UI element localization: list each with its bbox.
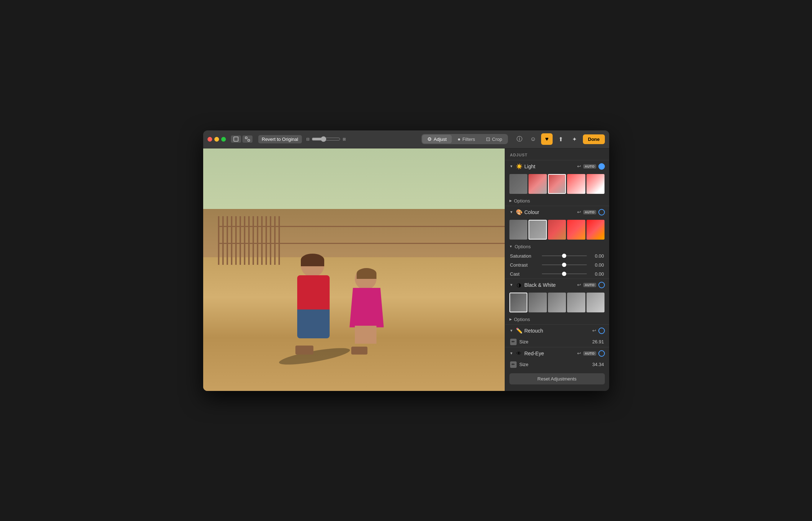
- fence-post: [222, 216, 224, 265]
- redeye-toggle-btn[interactable]: [598, 350, 605, 357]
- section-retouch-label: Retouch: [525, 328, 590, 334]
- bw-options-row[interactable]: ▶ Options: [505, 315, 609, 324]
- tab-crop[interactable]: ⊡ Crop: [481, 135, 507, 143]
- section-retouch-header[interactable]: ▼ ✏️ Retouch ↩: [505, 325, 609, 337]
- svg-rect-0: [234, 137, 238, 141]
- close-button[interactable]: [208, 137, 212, 142]
- tab-adjust[interactable]: ⚙ Adjust: [422, 135, 452, 143]
- cast-track[interactable]: [542, 273, 587, 274]
- redeye-size-value: 34.34: [592, 362, 604, 367]
- tab-adjust-label: Adjust: [434, 137, 447, 142]
- fence-post: [231, 216, 232, 265]
- fence-post: [270, 216, 271, 265]
- section-redeye-label: Red-Eye: [525, 351, 575, 356]
- fence-post: [266, 216, 267, 265]
- reset-adjustments-button[interactable]: Reset Adjustments: [509, 373, 605, 384]
- redeye-size-row: ✏ Size 34.34: [505, 360, 609, 370]
- windowed-button[interactable]: [231, 135, 241, 143]
- child-boy: [294, 254, 337, 355]
- tab-filters[interactable]: ● Filters: [452, 135, 480, 143]
- contrast-thumb: [562, 263, 566, 267]
- section-colour-header[interactable]: ▼ 🎨 Colour ↩ AUTO: [505, 206, 609, 218]
- girl-legs: [355, 326, 376, 344]
- section-light-toggle: ▼: [509, 164, 514, 169]
- share-button[interactable]: ⬆: [555, 133, 566, 145]
- redeye-size-label: Size: [519, 362, 589, 367]
- boy-hair: [301, 254, 324, 266]
- info-button[interactable]: ⓘ: [514, 133, 525, 145]
- fence-post: [244, 216, 245, 265]
- filters-icon: ●: [458, 136, 460, 142]
- tab-filters-label: Filters: [462, 137, 475, 142]
- fence-post: [253, 216, 254, 265]
- bw-toggle-btn[interactable]: [598, 282, 605, 288]
- bw-thumb-2[interactable]: [548, 293, 566, 312]
- fence-post: [274, 216, 276, 265]
- emoji-button[interactable]: ☺: [527, 133, 539, 145]
- photo-area: [203, 148, 505, 391]
- cast-label: Cast: [510, 271, 539, 277]
- zoom-slider[interactable]: [312, 136, 340, 142]
- light-toggle-btn[interactable]: [598, 163, 605, 170]
- contrast-track[interactable]: [542, 264, 587, 265]
- retouch-undo-icon[interactable]: ↩: [592, 328, 596, 333]
- girl-head: [355, 268, 376, 290]
- section-bw-header[interactable]: ▼ ◑ Black & White ↩ AUTO: [505, 279, 609, 291]
- colour-auto-badge[interactable]: AUTO: [583, 210, 596, 214]
- retouch-toggle-btn[interactable]: [598, 328, 605, 334]
- bw-thumb-3[interactable]: [567, 293, 585, 312]
- boy-shoes: [295, 346, 313, 355]
- bw-undo-icon[interactable]: ↩: [577, 282, 581, 288]
- redeye-undo-icon[interactable]: ↩: [577, 351, 581, 356]
- redeye-controls: ↩ AUTO: [577, 350, 604, 357]
- colour-thumb-2[interactable]: [548, 220, 566, 240]
- light-options-row[interactable]: ▶ Options: [505, 197, 609, 206]
- redeye-auto-badge[interactable]: AUTO: [583, 351, 596, 356]
- light-thumb-0[interactable]: [509, 174, 528, 194]
- retouch-controls: ↩: [592, 328, 605, 334]
- done-button[interactable]: Done: [583, 134, 605, 144]
- retouch-size-row: ✏ Size 26.91: [505, 337, 609, 347]
- bw-thumb-4[interactable]: [586, 293, 605, 312]
- bw-options-toggle: ▶: [509, 317, 512, 321]
- magic-button[interactable]: ✦: [568, 133, 580, 145]
- cast-value: 0.00: [590, 271, 604, 277]
- revert-button[interactable]: Revert to Original: [258, 135, 302, 143]
- light-thumb-3[interactable]: [567, 174, 585, 194]
- light-thumb-1[interactable]: [528, 174, 547, 194]
- section-light-header[interactable]: ▼ ☀️ Light ↩ AUTO: [505, 160, 609, 173]
- colour-thumb-0[interactable]: [509, 220, 528, 240]
- light-thumb-4[interactable]: [586, 174, 605, 194]
- toolbar-tabs: ⚙ Adjust ● Filters ⊡ Crop: [421, 134, 508, 144]
- fence-post: [248, 216, 250, 265]
- section-redeye-header[interactable]: ▼ 👁 Red-Eye ↩ AUTO: [505, 347, 609, 360]
- section-retouch-toggle: ▼: [509, 329, 514, 333]
- section-colour: ▼ 🎨 Colour ↩ AUTO: [505, 206, 609, 279]
- saturation-track[interactable]: [542, 255, 587, 256]
- fullscreen-button[interactable]: [242, 135, 253, 143]
- colour-thumb-4[interactable]: [586, 220, 605, 240]
- colour-options-label: Options: [514, 244, 531, 249]
- bw-thumb-1[interactable]: [528, 293, 547, 312]
- photo-scene: [203, 148, 505, 391]
- bw-auto-badge[interactable]: AUTO: [583, 283, 596, 287]
- minimize-button[interactable]: [214, 137, 219, 142]
- saturation-thumb: [562, 254, 566, 258]
- favorite-button[interactable]: ♥: [541, 133, 553, 145]
- light-undo-icon[interactable]: ↩: [577, 164, 581, 169]
- light-thumb-strip: [509, 174, 605, 194]
- bw-thumb-strip: [509, 293, 605, 312]
- light-thumb-2[interactable]: [548, 174, 566, 194]
- bw-thumb-0[interactable]: [509, 293, 528, 312]
- colour-thumb-1[interactable]: [528, 220, 547, 240]
- traffic-lights: [208, 137, 226, 142]
- light-auto-badge[interactable]: AUTO: [583, 164, 596, 169]
- colour-toggle-btn[interactable]: [598, 209, 605, 215]
- child-girl: [348, 268, 387, 355]
- maximize-button[interactable]: [221, 137, 226, 142]
- colour-options-row[interactable]: ▼ Options: [505, 242, 609, 251]
- section-redeye-toggle: ▼: [509, 351, 514, 356]
- colour-undo-icon[interactable]: ↩: [577, 209, 581, 215]
- fence-post: [240, 216, 241, 265]
- colour-thumb-3[interactable]: [567, 220, 585, 240]
